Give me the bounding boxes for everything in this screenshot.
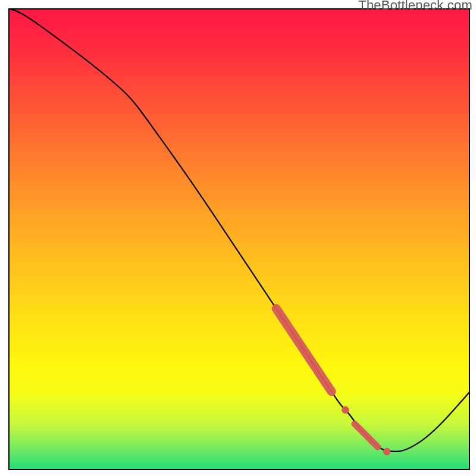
watermark-text: TheBottleneck.com — [358, 0, 472, 13]
chart-canvas: TheBottleneck.com — [0, 0, 476, 476]
background-gradient — [8, 8, 470, 470]
